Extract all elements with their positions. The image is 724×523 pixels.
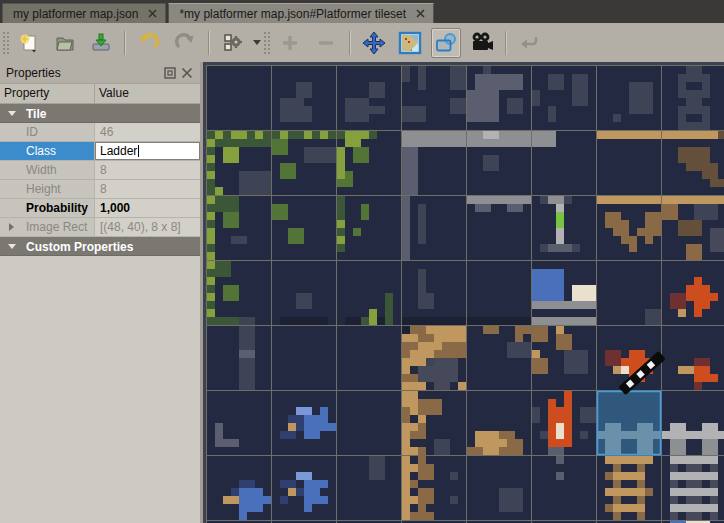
property-row-height[interactable]: Height 8: [0, 180, 200, 199]
toolbar-drag-handle[interactable]: [263, 31, 270, 55]
undo-icon: [138, 32, 160, 54]
toolbar-drag-handle[interactable]: [2, 31, 9, 55]
shapes-tool-icon: [434, 31, 458, 55]
save-file-icon: [90, 32, 112, 54]
property-row-id[interactable]: ID 46: [0, 123, 200, 142]
remove-button[interactable]: [311, 28, 341, 58]
tab-label: my platformer map.json: [13, 7, 138, 21]
open-file-icon: [54, 32, 76, 54]
undo-button[interactable]: [134, 28, 164, 58]
automap-gears-icon: [222, 32, 244, 54]
property-row-class[interactable]: Class Ladder: [0, 142, 200, 161]
automap-button[interactable]: [218, 28, 248, 58]
toolbar-separator: [349, 31, 351, 55]
automap-dropdown-icon[interactable]: [253, 40, 261, 45]
animation-camera-icon: [469, 31, 495, 55]
tileset-image-icon: [398, 31, 422, 55]
toolbar-separator: [124, 31, 126, 55]
collapse-triangle-icon[interactable]: [8, 111, 16, 116]
expand-triangle-icon[interactable]: [9, 223, 14, 231]
move-tool-button[interactable]: [359, 28, 389, 58]
tab-label: *my platformer map.json#Platformer tiles…: [179, 7, 406, 21]
properties-title: Properties: [6, 66, 160, 80]
float-panel-icon[interactable]: [163, 66, 177, 80]
new-file-icon: [18, 32, 40, 54]
save-file-button[interactable]: [86, 28, 116, 58]
tab-bar: my platformer map.json *my platformer ma…: [0, 0, 724, 23]
toolbar-separator: [208, 31, 210, 55]
close-icon[interactable]: [148, 9, 157, 18]
close-panel-icon[interactable]: [180, 66, 194, 80]
group-row-custom-properties[interactable]: Custom Properties: [0, 237, 200, 256]
main-toolbar: [0, 23, 724, 63]
collapse-triangle-icon[interactable]: [8, 244, 16, 249]
close-icon[interactable]: [416, 9, 425, 18]
group-row-tile[interactable]: Tile: [0, 104, 200, 123]
properties-title-bar: Properties: [0, 62, 200, 83]
toolbar-separator: [505, 31, 507, 55]
column-header-property[interactable]: Property: [0, 84, 95, 103]
property-row-width[interactable]: Width 8: [0, 161, 200, 180]
open-file-button[interactable]: [50, 28, 80, 58]
property-row-probability[interactable]: Probability 1,000: [0, 199, 200, 218]
redo-icon: [174, 32, 196, 54]
text-caret: [138, 145, 139, 157]
class-edit-input[interactable]: Ladder: [95, 142, 200, 160]
add-button[interactable]: [275, 28, 305, 58]
return-arrow-icon: [518, 31, 542, 55]
animation-camera-button[interactable]: [467, 28, 497, 58]
tileset-view[interactable]: [203, 62, 724, 523]
remove-icon: [316, 33, 336, 53]
move-arrows-icon: [362, 31, 386, 55]
tab-tileset[interactable]: *my platformer map.json#Platformer tiles…: [168, 3, 434, 23]
properties-panel: Properties Property Value Tile ID 46 Cla…: [0, 62, 200, 523]
return-button[interactable]: [515, 28, 545, 58]
shapes-tool-button[interactable]: [431, 28, 461, 58]
property-row-image-rect[interactable]: Image Rect [(48, 40), 8 x 8]: [0, 218, 200, 237]
column-header-value[interactable]: Value: [95, 84, 200, 103]
new-file-button[interactable]: [14, 28, 44, 58]
tileset-image-button[interactable]: [395, 28, 425, 58]
redo-button[interactable]: [170, 28, 200, 58]
add-icon: [280, 33, 300, 53]
properties-header-row: Property Value: [0, 83, 200, 104]
tab-map-file[interactable]: my platformer map.json: [2, 3, 166, 23]
